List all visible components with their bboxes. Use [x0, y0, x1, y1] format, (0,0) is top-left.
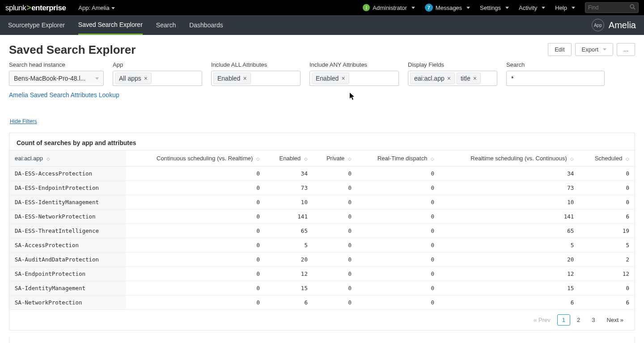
caret-down-icon [603, 48, 606, 51]
cell-value: 5 [440, 238, 579, 253]
token-title[interactable]: title× [457, 73, 481, 84]
token-enabled[interactable]: Enabled× [213, 73, 251, 84]
help-menu[interactable]: Help [555, 4, 575, 11]
panel-title: Count of searches by app and attributes [9, 133, 635, 150]
nav-search[interactable]: Search [156, 15, 176, 35]
more-actions-button[interactable]: ... [617, 43, 635, 56]
table-row[interactable]: SA-IdentityManagement01500150 [9, 281, 635, 296]
search-head-dropdown[interactable]: Bens-MacBook-Pro-48.l... [9, 71, 104, 86]
svg-point-0 [630, 4, 634, 8]
export-button[interactable]: Export [575, 43, 614, 56]
table-row[interactable]: DA-ESS-EndpointProtection07300730 [9, 181, 635, 195]
cell-value: 0 [357, 224, 440, 238]
cell-value: 0 [357, 253, 440, 267]
caret-down-icon [95, 77, 99, 80]
remove-token-icon[interactable]: × [243, 75, 246, 82]
table-row[interactable]: SA-NetworkProtection060066 [9, 296, 635, 310]
app-token-input[interactable]: All apps× [113, 71, 202, 86]
info-icon: i [363, 4, 370, 11]
app-switcher[interactable]: App: Amelia [78, 4, 114, 11]
cell-value: 12 [440, 267, 579, 281]
caret-down-icon [572, 7, 575, 9]
messages-count-badge: 7 [425, 4, 433, 12]
display-fields-token-input[interactable]: eai:acl.app× title× [408, 71, 497, 86]
activity-menu[interactable]: Activity [519, 4, 545, 11]
table-row[interactable]: DA-ESS-NetworkProtection0141001416 [9, 210, 635, 224]
settings-menu[interactable]: Settings [480, 4, 509, 11]
table-row[interactable]: DA-ESS-ThreatIntelligence065006519 [9, 224, 635, 238]
cell-value: 0 [126, 210, 265, 224]
find-input-container[interactable] [585, 2, 639, 13]
cell-value: 0 [126, 296, 265, 310]
table-row[interactable]: DA-ESS-AccessProtection03400340 [9, 167, 635, 181]
cell-value: 0 [357, 167, 440, 181]
cell-app: SA-EndpointProtection [9, 267, 126, 281]
table-row[interactable]: DA-ESS-IdentityManagement01000100 [9, 195, 635, 210]
nav-dashboards[interactable]: Dashboards [189, 15, 223, 35]
column-header[interactable]: Scheduled ◇ [579, 150, 635, 167]
cell-value: 5 [265, 238, 313, 253]
nav-saved-search-explorer[interactable]: Saved Search Explorer [78, 15, 143, 35]
hide-filters-link[interactable]: Hide Filters [9, 116, 38, 126]
table-row[interactable]: SA-AccessProtection050055 [9, 238, 635, 253]
caret-down-icon [505, 7, 509, 9]
administrator-menu[interactable]: i Administrator [363, 4, 415, 11]
cell-value: 73 [440, 181, 579, 195]
column-header[interactable]: eai:acl.app ◇ [9, 150, 126, 167]
cell-app: SA-IdentityManagement [9, 281, 126, 296]
search-filter-input[interactable] [506, 71, 605, 86]
splunk-logo[interactable]: splunk>enterprise [5, 3, 66, 13]
cell-value: 10 [440, 195, 579, 210]
cell-app: DA-ESS-EndpointProtection [9, 181, 126, 195]
cell-value: 19 [579, 224, 635, 238]
include-all-token-input[interactable]: Enabled× [211, 71, 301, 86]
cell-value: 20 [265, 253, 313, 267]
searches-section-title: Searches [9, 337, 635, 343]
page-title: Saved Search Explorer [9, 43, 136, 57]
table-row[interactable]: SA-AuditAndDataProtection02000202 [9, 253, 635, 267]
find-input[interactable] [588, 4, 628, 11]
cell-value: 0 [126, 238, 265, 253]
cell-value: 15 [440, 281, 579, 296]
remove-token-icon[interactable]: × [144, 75, 148, 82]
token-eai-acl-app[interactable]: eai:acl.app× [410, 73, 455, 84]
pagination-next[interactable]: Next » [602, 314, 628, 326]
edit-button[interactable]: Edit [548, 43, 571, 56]
cell-value: 0 [357, 210, 440, 224]
remove-token-icon[interactable]: × [341, 75, 345, 82]
column-header[interactable]: Enabled ◇ [265, 150, 313, 167]
cell-value: 0 [126, 281, 265, 296]
remove-token-icon[interactable]: × [473, 75, 477, 82]
pagination-page-1[interactable]: 1 [557, 314, 570, 326]
pagination-page-3[interactable]: 3 [587, 314, 600, 326]
lookup-link[interactable]: Amelia Saved Search Attributes Lookup [9, 91, 119, 99]
cell-value: 65 [440, 224, 579, 238]
messages-menu[interactable]: 7 Messages [425, 4, 470, 12]
remove-token-icon[interactable]: × [447, 75, 451, 82]
cell-value: 15 [265, 281, 313, 296]
cell-value: 34 [440, 167, 579, 181]
caret-down-icon [542, 7, 545, 9]
cell-value: 0 [313, 281, 357, 296]
column-header[interactable]: Real-Time dispatch ◇ [357, 150, 440, 167]
cell-value: 65 [265, 224, 313, 238]
column-header[interactable]: Realtime scheduling (vs. Continuous) ◇ [440, 150, 579, 167]
table-row[interactable]: SA-EndpointProtection012001212 [9, 267, 635, 281]
token-enabled[interactable]: Enabled× [312, 73, 349, 84]
cell-value: 0 [313, 267, 357, 281]
token-all-apps[interactable]: All apps× [115, 73, 152, 84]
pagination-page-2[interactable]: 2 [572, 314, 585, 326]
include-any-token-input[interactable]: Enabled× [309, 71, 399, 86]
app-icon[interactable]: App [592, 19, 604, 31]
cell-value: 0 [357, 267, 440, 281]
column-header[interactable]: Private ◇ [313, 150, 357, 167]
cell-value: 6 [579, 296, 635, 310]
column-header[interactable]: Continuous scheduling (vs. Realtime) ◇ [126, 150, 265, 167]
results-table: eai:acl.app ◇Continuous scheduling (vs. … [9, 150, 635, 310]
nav-sourcetype-explorer[interactable]: Sourcetype Explorer [8, 15, 65, 35]
search-icon[interactable] [630, 4, 636, 11]
cell-value: 10 [265, 195, 313, 210]
cell-value: 0 [313, 210, 357, 224]
cell-value: 6 [579, 210, 635, 224]
cell-value: 0 [313, 181, 357, 195]
